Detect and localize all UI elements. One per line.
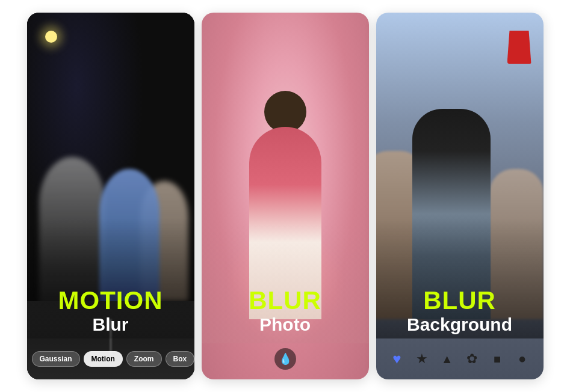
card-title-green: MOTION [27, 287, 194, 314]
card-blur-background[interactable]: BLUR Background ♥ ★ ▲ ✿ ■ ● [376, 13, 544, 379]
motion-pill[interactable]: Motion [84, 351, 123, 367]
card-title-green: BLUR [202, 287, 369, 314]
blur-type-controls: Gaussian Motion Zoom Box [27, 338, 194, 379]
card-text-overlay: BLUR Background [376, 287, 544, 334]
heart-shape-icon[interactable]: ♥ [387, 349, 407, 369]
light-element [45, 31, 57, 43]
card-title-white: Background [376, 314, 544, 334]
triangle-shape-icon[interactable]: ▲ [437, 349, 457, 369]
card-blur-photo[interactable]: BLUR Photo 💧 [202, 13, 369, 379]
shape-controls: ♥ ★ ▲ ✿ ■ ● [376, 338, 544, 379]
cards-container: MOTION Blur Gaussian Motion Zoom Box BLU… [15, 1, 556, 391]
card-text-overlay: MOTION Blur [27, 287, 194, 334]
card-title-white: Blur [27, 314, 194, 334]
card-title-white: Photo [202, 314, 369, 334]
square-shape-icon[interactable]: ■ [487, 349, 507, 369]
cup-element [507, 31, 531, 64]
star-shape-icon[interactable]: ★ [412, 349, 432, 369]
circle-shape-icon[interactable]: ● [512, 349, 533, 369]
zoom-pill[interactable]: Zoom [126, 351, 162, 367]
card-text-overlay: BLUR Photo [202, 287, 369, 334]
box-pill[interactable]: Box [166, 351, 194, 367]
gaussian-pill[interactable]: Gaussian [32, 351, 80, 367]
card-title-green: BLUR [376, 287, 544, 314]
drop-icon[interactable]: 💧 [274, 348, 296, 370]
flower-shape-icon[interactable]: ✿ [462, 349, 483, 369]
card-motion-blur[interactable]: MOTION Blur Gaussian Motion Zoom Box [27, 13, 194, 379]
water-drop-control: 💧 [202, 338, 369, 379]
